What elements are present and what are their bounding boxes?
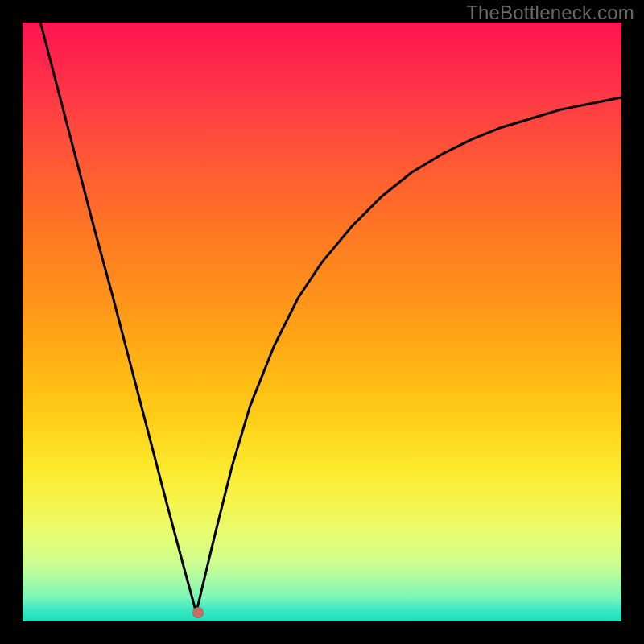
watermark-text: TheBottleneck.com [466, 2, 634, 24]
bottleneck-marker-dot [192, 607, 204, 618]
bottleneck-curve [23, 23, 621, 621]
plot-area [23, 23, 621, 621]
chart-frame: TheBottleneck.com [0, 0, 644, 644]
